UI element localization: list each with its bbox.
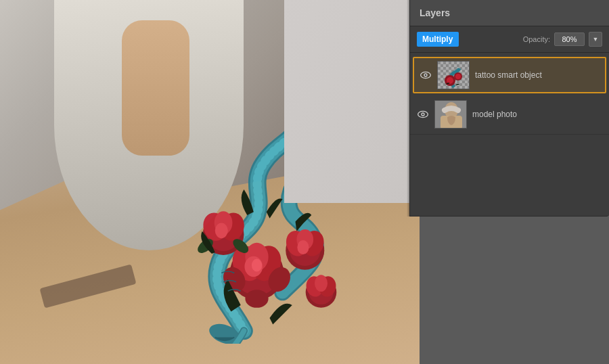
blend-mode-container: Multiply Normal Screen Overlay <box>417 32 519 47</box>
opacity-input[interactable] <box>554 32 585 46</box>
svg-point-28 <box>297 240 309 254</box>
svg-point-11 <box>252 259 262 272</box>
photo-background <box>0 0 420 364</box>
blend-mode-select[interactable]: Multiply Normal Screen Overlay <box>417 32 459 47</box>
thumb-model-art <box>435 101 467 129</box>
layers-header: Layers <box>410 0 609 26</box>
blend-mode-row: Multiply Normal Screen Overlay Opacity: … <box>410 26 609 53</box>
visibility-toggle-model[interactable] <box>417 110 429 119</box>
layer-name-model: model photo <box>472 110 602 119</box>
svg-point-20 <box>215 223 228 238</box>
layer-item-tattoo[interactable]: tattoo smart object <box>413 57 606 93</box>
visibility-toggle-tattoo[interactable] <box>420 70 432 80</box>
opacity-dropdown-arrow[interactable]: ▼ <box>589 32 602 47</box>
svg-point-43 <box>422 114 424 116</box>
layers-panel: Layers Multiply Normal Screen Overlay Op… <box>409 0 609 217</box>
layer-item-model[interactable]: model photo <box>410 95 609 135</box>
opacity-label: Opacity: <box>523 35 550 43</box>
canvas-area: Layers Multiply Normal Screen Overlay Op… <box>0 0 609 364</box>
svg-point-40 <box>455 74 461 79</box>
layer-thumb-tattoo <box>437 61 470 89</box>
svg-point-33 <box>315 275 328 292</box>
layer-thumb-model <box>434 100 467 129</box>
svg-point-14 <box>245 290 268 308</box>
thumb-tattoo-art <box>438 62 470 89</box>
svg-point-36 <box>425 74 427 76</box>
layers-title: Layers <box>420 7 450 18</box>
layer-name-tattoo: tattoo smart object <box>475 70 600 80</box>
backdrop-area <box>284 0 420 203</box>
